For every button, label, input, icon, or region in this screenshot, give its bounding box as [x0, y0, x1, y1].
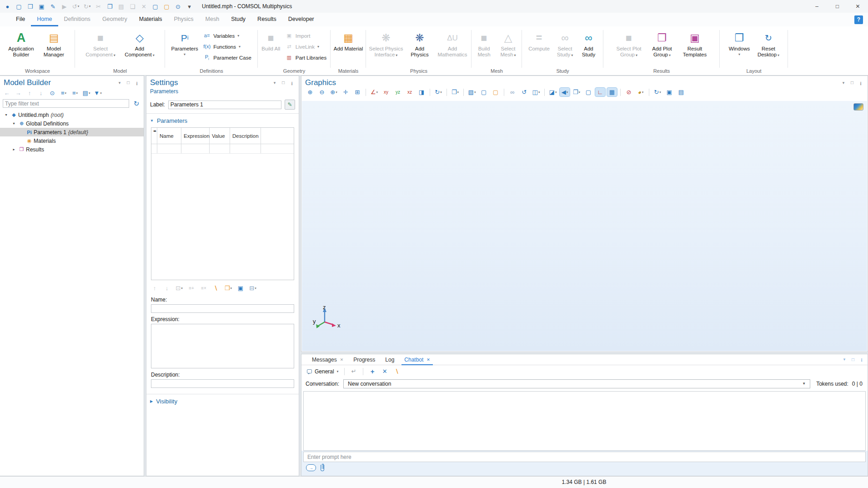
zoom-box-icon[interactable]: ⊕▾: [329, 88, 339, 96]
refresh-tree-icon[interactable]: ↻: [132, 99, 141, 108]
show-grid-icon[interactable]: ▦: [607, 88, 617, 96]
rotate-view-icon[interactable]: ↻▾: [433, 88, 443, 96]
redo-icon[interactable]: ↻▾: [83, 2, 91, 11]
scene-configuration-icon[interactable]: ❐▾: [572, 88, 582, 96]
scene-projection-icon[interactable]: ◨: [416, 88, 426, 96]
disable-view-update-icon[interactable]: ⊘: [624, 88, 634, 96]
show-axis-icon[interactable]: ∟: [595, 88, 605, 96]
tree-filter-input[interactable]: [3, 99, 129, 108]
add-study-button[interactable]: ∞ Add Study: [578, 29, 600, 58]
cut-icon[interactable]: ✂: [94, 2, 103, 11]
tab-chatbot[interactable]: Chatbot✕: [399, 354, 435, 365]
tree-node-global-definitions[interactable]: ▾⊕Global Definitions: [0, 119, 144, 128]
send-prompt-button[interactable]: →: [306, 464, 316, 471]
paste-icon[interactable]: ▤: [117, 2, 125, 11]
save-as-icon[interactable]: ✎: [49, 2, 57, 11]
new-file-icon[interactable]: ▢: [15, 2, 23, 11]
application-builder-button[interactable]: A Application Builder: [5, 29, 37, 58]
collapse-all-icon[interactable]: ≡▾: [59, 89, 68, 97]
rename-node-button[interactable]: ✎: [285, 100, 295, 110]
print-icon[interactable]: ▤: [676, 88, 686, 96]
pin-panel-icon[interactable]: ¡: [289, 80, 295, 86]
parameters-button[interactable]: Pi Parameters ▾: [170, 29, 200, 56]
node-label-input[interactable]: [168, 101, 281, 109]
move-down-icon[interactable]: ↓: [36, 89, 45, 97]
select-component-button[interactable]: ■ Select Component▾: [81, 29, 120, 58]
tree-node-materials[interactable]: ◉Materials: [0, 136, 144, 145]
new-conversation-icon[interactable]: +: [368, 367, 377, 376]
sound-icon[interactable]: ◀▾: [560, 88, 570, 96]
ribbon-tab-geometry[interactable]: Geometry: [96, 13, 133, 26]
select-mesh-button[interactable]: △ Select Mesh▾: [496, 29, 521, 58]
delete-conversation-icon[interactable]: ✕: [380, 367, 389, 376]
panel-menu-icon[interactable]: ▾: [116, 80, 123, 86]
view-xz-icon[interactable]: xz: [405, 88, 415, 96]
select-box-icon[interactable]: ▢: [479, 88, 489, 96]
transparency-icon[interactable]: ◪▾: [548, 88, 558, 96]
tree-node-results[interactable]: ▸❐Results: [0, 145, 144, 154]
ribbon-tab-developer[interactable]: Developer: [282, 13, 320, 26]
visibility-section-header[interactable]: ▶ Visibility: [146, 394, 299, 408]
scene-light-icon[interactable]: ❐▾: [450, 88, 460, 96]
select-study-button[interactable]: ∞ Select Study▾: [553, 29, 577, 58]
functions-button[interactable]: f(x) Functions▾: [201, 42, 253, 51]
clear-selection-icon[interactable]: ▢: [491, 88, 501, 96]
reset-hiding-icon[interactable]: ↺: [519, 88, 529, 96]
result-templates-button[interactable]: ▣ Result Templates: [678, 29, 711, 58]
minimize-button[interactable]: –: [807, 0, 827, 13]
windows-button[interactable]: ❐ Windows ▾: [725, 29, 753, 56]
image-snapshot-icon[interactable]: ▧▾: [467, 88, 477, 96]
tab-progress[interactable]: Progress: [348, 354, 380, 365]
variables-button[interactable]: a= Variables▾: [201, 31, 253, 40]
conversation-dropdown[interactable]: New conversation ▼: [343, 379, 810, 388]
find-icon[interactable]: ⊙: [174, 2, 182, 11]
add-material-button[interactable]: ▦ Add Material: [332, 29, 364, 52]
view-xy-icon[interactable]: xy: [381, 88, 391, 96]
ribbon-tab-materials[interactable]: Materials: [133, 13, 168, 26]
tree-node-untitled-mph[interactable]: ▾◆Untitled.mph(root): [0, 111, 144, 119]
clear-conversation-icon[interactable]: ∖: [392, 367, 401, 376]
close-button[interactable]: ✕: [848, 0, 868, 13]
ribbon-tab-results[interactable]: Results: [251, 13, 282, 26]
refresh-view-icon[interactable]: ↻▾: [652, 88, 662, 96]
tab-messages[interactable]: Messages✕: [307, 354, 348, 365]
add-component-button[interactable]: ◇ Add Component▾: [120, 29, 159, 58]
duplicate-icon[interactable]: ❏: [128, 2, 137, 11]
open-file-icon[interactable]: ❒: [26, 2, 35, 11]
select-plot-group-button[interactable]: ■ Select Plot Group▾: [612, 29, 646, 58]
import-button[interactable]: ▣ Import: [283, 31, 328, 40]
float-panel-icon[interactable]: □: [849, 80, 855, 86]
ribbon-tab-study[interactable]: Study: [225, 13, 251, 26]
add-plot-group-button[interactable]: ❐ Add Plot Group▾: [647, 29, 677, 58]
compute-button[interactable]: = Compute: [526, 29, 552, 52]
ribbon-tab-file[interactable]: File: [10, 13, 31, 26]
parameters-section-header[interactable]: ▼ Parameters: [146, 114, 299, 127]
ribbon-tab-physics[interactable]: Physics: [168, 13, 199, 26]
ribbon-tab-home[interactable]: Home: [31, 13, 58, 26]
parameter-description-input[interactable]: [151, 379, 294, 388]
panel-menu-icon[interactable]: ▾: [840, 80, 847, 86]
parameters-table[interactable]: ▸▸NameExpressionValueDescription: [151, 127, 294, 280]
zoom-out-icon[interactable]: ⊖: [317, 88, 327, 96]
chat-transcript-area[interactable]: [303, 391, 866, 451]
move-up-icon[interactable]: ↑: [25, 89, 34, 97]
comsol-logo-icon[interactable]: ●: [3, 2, 12, 11]
tree-node-parameters-1[interactable]: PiParameters 1{default}: [0, 128, 144, 136]
add-row-icon[interactable]: ≡+: [187, 284, 196, 292]
copy-icon[interactable]: ❐: [105, 2, 114, 11]
pin-panel-icon[interactable]: ¡: [858, 357, 865, 363]
ribbon-tab-definitions[interactable]: Definitions: [58, 13, 96, 26]
run-icon[interactable]: ▶: [60, 2, 69, 11]
move-to-icon[interactable]: ⊡▾: [175, 284, 184, 292]
show-hidden-icon[interactable]: ◫▾: [531, 88, 541, 96]
zoom-fit-icon[interactable]: ⊞: [352, 88, 362, 96]
attach-file-icon[interactable]: [321, 465, 324, 471]
help-button[interactable]: ?: [854, 15, 863, 24]
build-all-button[interactable]: ■ Build All: [260, 29, 282, 52]
select-icon[interactable]: ▢: [151, 2, 160, 11]
node-label-icon[interactable]: ▤▾: [82, 89, 91, 97]
delete-row-icon[interactable]: ≡×: [199, 284, 208, 292]
move-down-icon[interactable]: ↓: [162, 284, 171, 292]
tab-log[interactable]: Log: [380, 354, 399, 365]
reset-desktop-button[interactable]: ↻ Reset Desktop▾: [754, 29, 783, 58]
